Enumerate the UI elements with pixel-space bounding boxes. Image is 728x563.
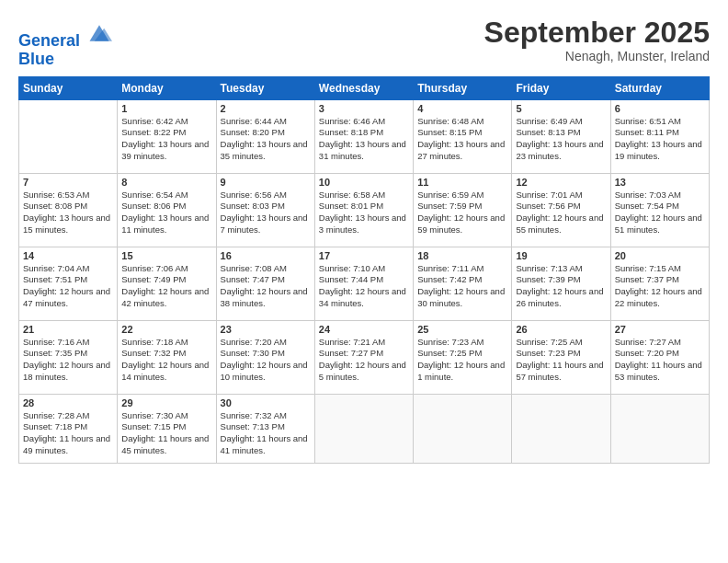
daylight-text: Daylight: 12 hours and 10 minutes. [221, 360, 311, 384]
cell-4-1: 29Sunrise: 7:30 AMSunset: 7:15 PMDayligh… [118, 394, 216, 463]
cell-3-3: 24Sunrise: 7:21 AMSunset: 7:27 PMDayligh… [314, 320, 413, 394]
sunrise-text: Sunrise: 7:32 AM [221, 410, 311, 422]
cell-1-6: 13Sunrise: 7:03 AMSunset: 7:54 PMDayligh… [610, 173, 709, 247]
page: General Blue September 2025 Nenagh, Muns… [0, 0, 728, 563]
cell-0-3: 3Sunrise: 6:46 AMSunset: 8:18 PMDaylight… [314, 99, 413, 173]
daylight-text: Daylight: 12 hours and 59 minutes. [417, 213, 507, 236]
sunrise-text: Sunrise: 7:30 AM [121, 410, 211, 422]
day-number: 10 [319, 177, 409, 188]
daylight-text: Daylight: 13 hours and 27 minutes. [417, 139, 507, 163]
sunrise-text: Sunrise: 7:23 AM [417, 337, 507, 349]
day-number: 23 [221, 324, 311, 335]
daylight-text: Daylight: 13 hours and 35 minutes. [221, 139, 311, 163]
sunset-text: Sunset: 7:18 PM [23, 421, 113, 433]
sunrise-text: Sunrise: 7:18 AM [121, 337, 211, 349]
logo-text: General [18, 20, 112, 51]
daylight-text: Daylight: 11 hours and 41 minutes. [221, 433, 311, 457]
cell-0-5: 5Sunrise: 6:49 AMSunset: 8:13 PMDaylight… [512, 99, 610, 173]
sunrise-text: Sunrise: 6:59 AM [417, 190, 507, 201]
daylight-text: Daylight: 11 hours and 53 minutes. [615, 360, 705, 384]
cell-1-3: 10Sunrise: 6:58 AMSunset: 8:01 PMDayligh… [314, 173, 413, 247]
daylight-text: Daylight: 13 hours and 39 minutes. [121, 139, 211, 163]
daylight-text: Daylight: 12 hours and 55 minutes. [516, 213, 606, 236]
sunrise-text: Sunrise: 7:20 AM [221, 337, 311, 349]
header-friday: Friday [512, 76, 610, 99]
header-saturday: Saturday [610, 76, 709, 99]
day-number: 24 [319, 324, 409, 335]
day-number: 16 [221, 250, 311, 261]
sunset-text: Sunset: 7:56 PM [516, 201, 606, 213]
sunrise-text: Sunrise: 6:49 AM [516, 116, 606, 128]
sunrise-text: Sunrise: 6:42 AM [121, 116, 211, 128]
cell-0-2: 2Sunrise: 6:44 AMSunset: 8:20 PMDaylight… [216, 99, 314, 173]
day-number: 9 [221, 177, 311, 188]
day-number: 26 [516, 324, 606, 335]
cell-0-1: 1Sunrise: 6:42 AMSunset: 8:22 PMDaylight… [118, 99, 216, 173]
sunset-text: Sunset: 7:37 PM [615, 274, 705, 286]
sunset-text: Sunset: 8:18 PM [319, 127, 409, 139]
week-row-3: 14Sunrise: 7:04 AMSunset: 7:51 PMDayligh… [19, 247, 710, 320]
day-number: 21 [23, 324, 113, 335]
day-number: 7 [23, 177, 113, 188]
sunrise-text: Sunrise: 7:11 AM [417, 263, 507, 275]
daylight-text: Daylight: 12 hours and 34 minutes. [319, 286, 409, 310]
week-row-4: 21Sunrise: 7:16 AMSunset: 7:35 PMDayligh… [19, 320, 710, 394]
calendar-table: Sunday Monday Tuesday Wednesday Thursday… [18, 76, 710, 464]
sunrise-text: Sunrise: 7:16 AM [23, 337, 113, 349]
cell-1-1: 8Sunrise: 6:54 AMSunset: 8:06 PMDaylight… [118, 173, 216, 247]
sunrise-text: Sunrise: 6:48 AM [417, 116, 507, 128]
cell-3-6: 27Sunrise: 7:27 AMSunset: 7:20 PMDayligh… [610, 320, 709, 394]
daylight-text: Daylight: 13 hours and 11 minutes. [121, 213, 211, 236]
day-number: 11 [417, 177, 507, 188]
daylight-text: Daylight: 13 hours and 23 minutes. [516, 139, 606, 163]
cell-3-1: 22Sunrise: 7:18 AMSunset: 7:32 PMDayligh… [118, 320, 216, 394]
sunset-text: Sunset: 8:11 PM [615, 127, 705, 139]
sunset-text: Sunset: 8:13 PM [516, 127, 606, 139]
daylight-text: Daylight: 13 hours and 31 minutes. [319, 139, 409, 163]
week-row-5: 28Sunrise: 7:28 AMSunset: 7:18 PMDayligh… [19, 394, 710, 463]
daylight-text: Daylight: 11 hours and 45 minutes. [121, 433, 211, 457]
cell-4-0: 28Sunrise: 7:28 AMSunset: 7:18 PMDayligh… [19, 394, 118, 463]
cell-4-4 [414, 394, 512, 463]
cell-1-5: 12Sunrise: 7:01 AMSunset: 7:56 PMDayligh… [512, 173, 610, 247]
sunset-text: Sunset: 7:51 PM [23, 274, 113, 286]
header-tuesday: Tuesday [216, 76, 314, 99]
cell-4-5 [512, 394, 610, 463]
day-number: 29 [121, 397, 211, 408]
cell-3-0: 21Sunrise: 7:16 AMSunset: 7:35 PMDayligh… [19, 320, 118, 394]
sunset-text: Sunset: 8:06 PM [121, 201, 211, 213]
sunset-text: Sunset: 7:23 PM [516, 348, 606, 360]
sunrise-text: Sunrise: 7:01 AM [516, 190, 606, 201]
cell-2-1: 15Sunrise: 7:06 AMSunset: 7:49 PMDayligh… [118, 247, 216, 320]
day-number: 20 [615, 250, 705, 261]
title-block: September 2025 Nenagh, Munster, Ireland [484, 17, 710, 63]
sunset-text: Sunset: 7:39 PM [516, 274, 606, 286]
cell-3-5: 26Sunrise: 7:25 AMSunset: 7:23 PMDayligh… [512, 320, 610, 394]
sunrise-text: Sunrise: 6:51 AM [615, 116, 705, 128]
location: Nenagh, Munster, Ireland [484, 49, 710, 63]
logo: General Blue [18, 20, 112, 69]
sunset-text: Sunset: 8:03 PM [221, 201, 311, 213]
header: General Blue September 2025 Nenagh, Muns… [18, 17, 710, 69]
month-title: September 2025 [484, 17, 710, 49]
cell-2-4: 18Sunrise: 7:11 AMSunset: 7:42 PMDayligh… [414, 247, 512, 320]
sunset-text: Sunset: 8:08 PM [23, 201, 113, 213]
sunset-text: Sunset: 7:47 PM [221, 274, 311, 286]
sunset-text: Sunset: 7:25 PM [417, 348, 507, 360]
cell-1-4: 11Sunrise: 6:59 AMSunset: 7:59 PMDayligh… [414, 173, 512, 247]
cell-2-6: 20Sunrise: 7:15 AMSunset: 7:37 PMDayligh… [610, 247, 709, 320]
cell-4-2: 30Sunrise: 7:32 AMSunset: 7:13 PMDayligh… [216, 394, 314, 463]
sunrise-text: Sunrise: 6:46 AM [319, 116, 409, 128]
day-number: 17 [319, 250, 409, 261]
daylight-text: Daylight: 13 hours and 19 minutes. [615, 139, 705, 163]
sunset-text: Sunset: 8:01 PM [319, 201, 409, 213]
daylight-text: Daylight: 12 hours and 18 minutes. [23, 360, 113, 384]
cell-2-0: 14Sunrise: 7:04 AMSunset: 7:51 PMDayligh… [19, 247, 118, 320]
sunset-text: Sunset: 7:32 PM [121, 348, 211, 360]
sunrise-text: Sunrise: 6:54 AM [121, 190, 211, 201]
sunrise-text: Sunrise: 7:28 AM [23, 410, 113, 422]
day-number: 12 [516, 177, 606, 188]
daylight-text: Daylight: 13 hours and 15 minutes. [23, 213, 113, 236]
day-number: 14 [23, 250, 113, 261]
sunrise-text: Sunrise: 7:06 AM [121, 263, 211, 275]
